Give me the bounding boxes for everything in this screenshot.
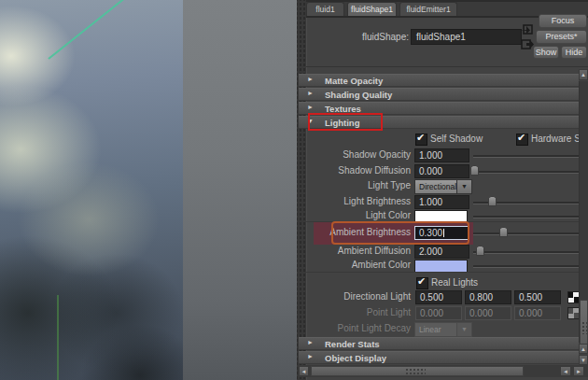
divider bbox=[306, 66, 588, 67]
row-label: Ambient Diffusion bbox=[299, 246, 411, 256]
collapsed-arrow-icon: ► bbox=[307, 353, 314, 359]
ambient-diffusion-field[interactable]: 2.000 bbox=[414, 245, 469, 259]
shadow-diffusion-row: Shadow Diffusion 0.000 bbox=[299, 163, 579, 179]
row-label: Point Light bbox=[299, 307, 411, 317]
dropdown-arrow-icon: ▼ bbox=[456, 322, 472, 337]
real-lights-label: Real Lights bbox=[431, 277, 478, 288]
directional-light-row: Directional Light 0.500 0.800 0.500 bbox=[299, 289, 579, 305]
row-label: Light Color bbox=[299, 210, 411, 220]
slider-handle[interactable] bbox=[470, 165, 479, 176]
presets-button[interactable]: Presets* bbox=[536, 30, 587, 44]
row-label: Light Type bbox=[299, 180, 411, 190]
row-label: Ambient Color bbox=[299, 260, 411, 270]
section-title: Shading Quality bbox=[325, 90, 392, 100]
light-brightness-field[interactable]: 1.000 bbox=[414, 195, 469, 209]
section-object-display[interactable]: ► Object Display bbox=[299, 351, 579, 364]
red-annotation-ambient-outline bbox=[331, 221, 469, 245]
scroll-up-button-bottom[interactable]: ▲ bbox=[579, 344, 588, 354]
self-shadow-label: Self Shadow bbox=[430, 134, 483, 144]
collapsed-arrow-icon: ► bbox=[307, 339, 314, 345]
collapsed-arrow-icon: ► bbox=[307, 76, 314, 82]
attribute-editor: fluid1 fluidShape1 fluidEmitter1 fluidSh… bbox=[297, 0, 588, 380]
node-type-label: fluidShape: bbox=[334, 32, 409, 42]
directional-light-z-field[interactable]: 0.500 bbox=[514, 290, 561, 304]
slider-handle[interactable] bbox=[476, 246, 484, 256]
point-light-decay-dropdown: Linear bbox=[414, 322, 460, 337]
light-type-dropdown[interactable]: Directional bbox=[414, 179, 460, 194]
check-icon: ✔ bbox=[417, 275, 426, 288]
shadow-opacity-row: Shadow Opacity 1.000 bbox=[299, 148, 579, 163]
light-type-row: Light Type Directional ▼ bbox=[299, 178, 579, 194]
section-shading-quality[interactable]: ► Shading Quality bbox=[299, 88, 579, 101]
row-label: Directional Light bbox=[299, 291, 411, 302]
section-title: Matte Opacity bbox=[325, 76, 383, 86]
row-label: Point Light Decay bbox=[299, 323, 411, 333]
point-light-row: Point Light 0.000 0.000 0.000 bbox=[299, 305, 579, 321]
row-label: Shadow Opacity bbox=[299, 149, 411, 160]
collapsed-arrow-icon: ► bbox=[307, 104, 314, 110]
viewport-panel[interactable] bbox=[0, 0, 183, 380]
point-light-decay-row: Point Light Decay Linear ▼ bbox=[299, 321, 579, 337]
slider-handle[interactable] bbox=[488, 196, 497, 206]
row-label: Light Brightness bbox=[299, 196, 411, 206]
node-name-field[interactable]: fluidShape1 bbox=[411, 29, 522, 45]
scroll-left-button-2[interactable]: ◄ bbox=[560, 366, 571, 376]
vertical-scrollbar[interactable] bbox=[579, 81, 588, 343]
tab-fluidshape1[interactable]: fluidShape1 bbox=[347, 2, 397, 16]
red-annotation-lighting bbox=[308, 113, 383, 131]
scroll-left-button[interactable]: ◄ bbox=[299, 366, 309, 376]
fluid-container-wireframe bbox=[0, 0, 183, 380]
shadow-checkbox-row: ✔ Self Shadow ✔ Hardware Shadow bbox=[299, 132, 579, 148]
point-light-y-field: 0.000 bbox=[465, 306, 511, 320]
section-matte-opacity[interactable]: ► Matte Opacity bbox=[299, 74, 579, 87]
divider bbox=[299, 272, 579, 273]
ambient-color-swatch[interactable] bbox=[414, 260, 468, 273]
maya-window: fluid1 fluidShape1 fluidEmitter1 fluidSh… bbox=[0, 0, 588, 380]
thumb-grip bbox=[581, 321, 587, 334]
ambient-color-slider[interactable] bbox=[473, 265, 579, 268]
hide-button[interactable]: Hide bbox=[561, 46, 587, 59]
ambient-diffusion-slider[interactable] bbox=[473, 251, 579, 254]
real-lights-checkbox[interactable]: ✔ bbox=[416, 277, 428, 289]
tab-fluidemitter1[interactable]: fluidEmitter1 bbox=[399, 2, 457, 16]
point-light-x-field: 0.000 bbox=[415, 306, 462, 320]
check-icon: ✔ bbox=[517, 132, 525, 144]
scroll-right-button[interactable]: ► bbox=[573, 366, 584, 376]
show-button[interactable]: Show bbox=[533, 46, 559, 59]
shadow-diffusion-field[interactable]: 0.000 bbox=[414, 164, 469, 178]
directional-light-y-field[interactable]: 0.800 bbox=[465, 290, 511, 304]
container-edge-diagonal bbox=[49, 0, 126, 59]
dropdown-arrow-icon[interactable]: ▼ bbox=[456, 179, 472, 194]
hardware-shadow-checkbox[interactable]: ✔ bbox=[516, 134, 528, 146]
section-render-stats[interactable]: ► Render Stats bbox=[299, 337, 579, 350]
self-shadow-checkbox[interactable]: ✔ bbox=[415, 134, 427, 146]
collapsed-arrow-icon: ► bbox=[307, 90, 314, 96]
hardware-shadow-label: Hardware Shadow bbox=[531, 134, 579, 144]
list-input-connections-icon[interactable] bbox=[519, 24, 533, 36]
light-color-slider[interactable] bbox=[473, 216, 579, 218]
scroll-up-button[interactable]: ▲ bbox=[579, 69, 588, 80]
tab-fluid1[interactable]: fluid1 bbox=[306, 2, 344, 16]
ambient-brightness-slider[interactable] bbox=[473, 232, 579, 235]
row-label: Shadow Diffusion bbox=[299, 165, 411, 176]
shadow-opacity-slider[interactable] bbox=[473, 155, 579, 158]
focus-button[interactable]: Focus bbox=[539, 14, 587, 28]
shadow-opacity-field[interactable]: 1.000 bbox=[414, 148, 469, 162]
horizontal-scrollbar[interactable]: ◄ ◄ ► bbox=[299, 365, 588, 377]
section-title: Render Stats bbox=[325, 339, 380, 349]
check-icon: ✔ bbox=[416, 132, 425, 144]
point-light-z-field: 0.000 bbox=[514, 306, 561, 320]
slider-handle[interactable] bbox=[499, 227, 508, 237]
shadow-diffusion-slider[interactable] bbox=[473, 171, 579, 174]
thumb-grip bbox=[405, 368, 426, 375]
horizontal-scroll-thumb[interactable] bbox=[311, 366, 524, 376]
side-panel bbox=[183, 0, 298, 380]
directional-light-x-field[interactable]: 0.500 bbox=[415, 290, 462, 304]
section-title: Object Display bbox=[325, 353, 386, 363]
scroll-down-button[interactable]: ▼ bbox=[579, 355, 588, 365]
